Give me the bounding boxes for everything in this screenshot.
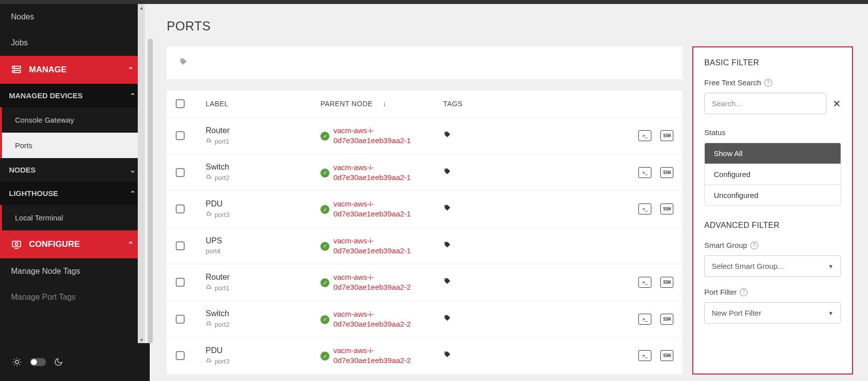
tag-icon[interactable] (443, 132, 451, 140)
parent-node-link[interactable]: vacm-aws-i-0d7e30ae1eeb39aa2-1 (333, 236, 440, 256)
col-header-label[interactable]: LABEL (206, 100, 320, 108)
row-checkbox[interactable] (176, 241, 185, 250)
port-sublabel: port3 (206, 210, 320, 219)
port-label: Switch (206, 309, 320, 318)
tag-filter-bar[interactable] (167, 46, 682, 79)
sidebar-item-ports[interactable]: Ports (0, 133, 145, 158)
moon-icon (54, 358, 63, 367)
caret-down-icon: ▼ (828, 263, 834, 269)
status-option[interactable]: Unconfigured (705, 185, 841, 205)
chevron-up-icon: ⌃ (130, 190, 136, 197)
sidebar-section-managed-devices[interactable]: MANAGED DEVICES ⌃ (0, 84, 145, 107)
terminal-button[interactable]: >_ (638, 203, 651, 214)
parent-node-link[interactable]: vacm-aws-i-0d7e30ae1eeb39aa2-1 (333, 163, 440, 183)
sidebar-item-nodes[interactable]: Nodes (0, 4, 145, 30)
svg-point-2 (14, 67, 14, 68)
nodes-section-label: NODES (9, 166, 35, 174)
tag-icon[interactable] (443, 205, 451, 213)
sidebar-item-local-terminal[interactable]: Local Terminal (0, 205, 145, 230)
tag-icon[interactable] (443, 242, 451, 250)
parent-node-link[interactable]: vacm-aws-i-0d7e30ae1eeb39aa2-2 (333, 272, 440, 293)
sidebar-header-configure[interactable]: CONFIGURE ⌃ (0, 230, 145, 258)
sidebar-item-manage-port-tags[interactable]: Manage Port Tags (0, 284, 145, 310)
sidebar-scrollbar[interactable]: ▴ ▾ (138, 4, 145, 343)
ssh-button[interactable]: SSH (660, 203, 673, 214)
sidebar: Nodes Jobs MANAGE ⌃ MANAGED DEVICES ⌃ Co… (0, 4, 145, 343)
sidebar-section-lighthouse[interactable]: LIGHTHOUSE ⌃ (0, 182, 145, 205)
manage-label: MANAGE (29, 65, 67, 75)
row-checkbox[interactable] (176, 131, 185, 140)
col-header-tags[interactable]: TAGS (440, 100, 613, 108)
status-ok-icon: ✓ (320, 352, 329, 361)
chevron-up-icon: ⌃ (130, 92, 136, 100)
main-content: PORTS LABEL PARENT NODE ↓ TAGS Routerpor… (147, 4, 868, 381)
parent-node-link[interactable]: vacm-aws-i-0d7e30ae1eeb39aa2-2 (333, 346, 440, 366)
toggle-thumb (31, 359, 37, 365)
tag-icon[interactable] (443, 169, 451, 177)
tag-icon[interactable] (443, 278, 451, 287)
row-checkbox[interactable] (176, 168, 185, 177)
terminal-button[interactable]: >_ (638, 314, 651, 325)
clear-search-icon[interactable]: ✕ (833, 98, 841, 110)
row-checkbox[interactable] (176, 278, 185, 287)
port-sublabel: port1 (206, 137, 320, 146)
parent-node-link[interactable]: vacm-aws-i-0d7e30ae1eeb39aa2-1 (333, 126, 440, 146)
port-sublabel: port2 (206, 174, 320, 182)
ssh-button[interactable]: SSH (660, 130, 673, 141)
scroll-up-icon[interactable]: ▴ (138, 4, 145, 11)
scroll-down-icon[interactable]: ▾ (138, 336, 145, 343)
port-filter-select[interactable]: New Port Filter▼ (704, 302, 841, 324)
top-bar (0, 0, 868, 4)
sidebar-section-nodes[interactable]: NODES ⌄ (0, 158, 145, 182)
row-checkbox[interactable] (176, 204, 185, 213)
terminal-button[interactable]: >_ (638, 350, 651, 361)
ssh-button[interactable]: SSH (660, 277, 673, 288)
ssh-button[interactable]: SSH (660, 314, 673, 325)
port-label: PDU (206, 199, 320, 208)
parent-node-link[interactable]: vacm-aws-i-0d7e30ae1eeb39aa2-2 (333, 309, 440, 330)
local-terminal-label: Local Terminal (15, 213, 63, 222)
col-header-parent[interactable]: PARENT NODE ↓ (320, 100, 440, 108)
help-icon[interactable]: ? (764, 79, 772, 87)
port-sublabel: port3 (206, 357, 320, 366)
terminal-button[interactable]: >_ (638, 167, 651, 178)
tag-icon[interactable] (443, 352, 451, 360)
status-option[interactable]: Configured (705, 164, 841, 185)
smart-group-select[interactable]: Select Smart Group...▼ (704, 255, 841, 277)
help-icon[interactable]: ? (740, 288, 748, 296)
sidebar-header-manage[interactable]: MANAGE ⌃ (0, 56, 145, 84)
svg-line-13 (19, 365, 20, 365)
table-header: LABEL PARENT NODE ↓ TAGS (167, 90, 682, 118)
chevron-up-icon: ⌃ (128, 66, 134, 74)
search-input[interactable] (704, 93, 827, 114)
smart-group-label: Smart Group? (704, 241, 841, 249)
select-all-checkbox[interactable] (176, 99, 185, 108)
terminal-button[interactable]: >_ (638, 130, 651, 141)
sidebar-item-jobs[interactable]: Jobs (0, 30, 145, 56)
port-label: Switch (206, 163, 320, 172)
table-row: PDUport3✓vacm-aws-i-0d7e30ae1eeb39aa2-2>… (167, 338, 682, 375)
row-checkbox[interactable] (176, 351, 185, 360)
configure-label: CONFIGURE (29, 239, 80, 249)
svg-line-15 (19, 359, 20, 360)
parent-node-link[interactable]: vacm-aws-i-0d7e30ae1eeb39aa2-1 (333, 199, 440, 219)
terminal-button[interactable]: >_ (638, 277, 651, 288)
theme-toggle[interactable] (30, 358, 46, 366)
svg-rect-4 (12, 241, 21, 247)
tag-icon[interactable] (443, 315, 451, 324)
sidebar-item-manage-node-tags[interactable]: Manage Node Tags (0, 258, 145, 284)
table-area: LABEL PARENT NODE ↓ TAGS Routerport1✓vac… (167, 46, 682, 375)
ssh-button[interactable]: SSH (660, 167, 673, 178)
help-icon[interactable]: ? (750, 241, 758, 249)
port-label: UPS (206, 236, 320, 245)
advanced-filter-title: ADVANCED FILTER (704, 221, 841, 230)
port-icon (206, 137, 213, 146)
sidebar-item-console-gateway[interactable]: Console Gateway (0, 107, 145, 133)
status-option[interactable]: Show All (705, 143, 841, 164)
port-sublabel: port4 (206, 247, 320, 255)
table-row: Switchport2✓vacm-aws-i-0d7e30ae1eeb39aa2… (167, 301, 682, 338)
status-label: Status (704, 128, 841, 137)
row-checkbox[interactable] (176, 315, 185, 324)
ssh-button[interactable]: SSH (660, 350, 673, 361)
ports-table: LABEL PARENT NODE ↓ TAGS Routerport1✓vac… (167, 90, 682, 375)
